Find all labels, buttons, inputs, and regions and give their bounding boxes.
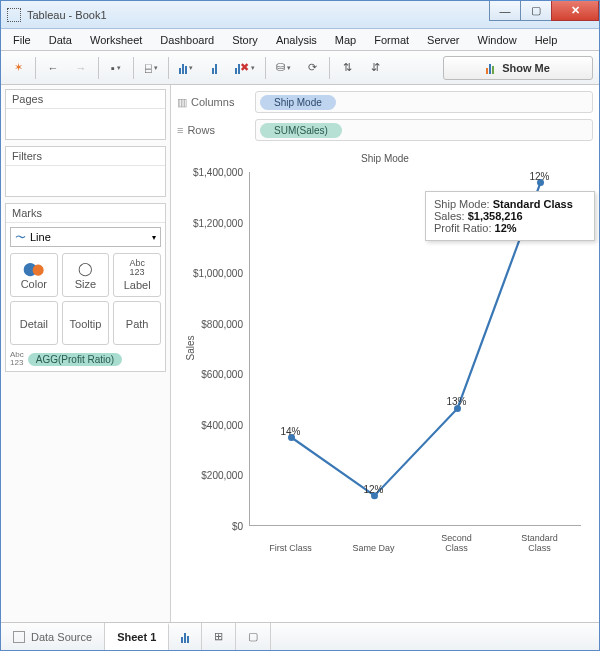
rows-drop[interactable]: SUM(Sales) — [255, 119, 593, 141]
separator — [35, 57, 36, 79]
back-button[interactable]: ← — [42, 57, 64, 79]
mark-card-label[interactable]: Abc123Label — [113, 253, 161, 297]
pages-shelf[interactable]: Pages — [5, 89, 166, 140]
titlebar: Tableau - Book1 — ▢ ✕ — [1, 1, 599, 29]
marks-pill-agg-profit-ratio[interactable]: AGG(Profit Ratio) — [28, 353, 122, 366]
mark-card-color[interactable]: ⬤⬤Color — [10, 253, 58, 297]
chart-area: Ship Mode Sales $0$200,000$400,000$600,0… — [171, 147, 599, 622]
chart-tooltip: Ship Mode: Standard Class Sales: $1,358,… — [425, 191, 595, 241]
separator — [98, 57, 99, 79]
y-tick: $1,400,000 — [179, 167, 249, 178]
separator — [168, 57, 169, 79]
menu-window[interactable]: Window — [470, 32, 525, 48]
mark-card-detail[interactable]: Detail — [10, 301, 58, 345]
show-me-button[interactable]: Show Me — [443, 56, 593, 80]
filters-label: Filters — [6, 147, 165, 166]
separator — [133, 57, 134, 79]
columns-pill-ship-mode[interactable]: Ship Mode — [260, 95, 336, 110]
menubar: File Data Worksheet Dashboard Story Anal… — [1, 29, 599, 51]
x-tick: Standard Class — [510, 534, 570, 554]
data-label: 12% — [363, 484, 383, 495]
size-icon: ◯ — [78, 261, 93, 276]
y-tick: $800,000 — [179, 318, 249, 329]
sort-asc-button[interactable]: ⇅ — [336, 57, 358, 79]
refresh-button[interactable]: ⟳ — [301, 57, 323, 79]
separator — [329, 57, 330, 79]
tab-sheet-1[interactable]: Sheet 1 — [105, 623, 169, 650]
footer-tabs: Data Source Sheet 1 ⊞ ▢ — [1, 622, 599, 650]
rows-shelf-label: ≡Rows — [177, 124, 247, 136]
label-icon: Abc123 — [129, 259, 145, 277]
color-icon: ⬤⬤ — [23, 261, 44, 276]
menu-story[interactable]: Story — [224, 32, 266, 48]
y-tick: $1,200,000 — [179, 217, 249, 228]
columns-icon: ▥ — [177, 96, 187, 109]
minimize-button[interactable]: — — [489, 1, 521, 21]
tab-data-source[interactable]: Data Source — [1, 623, 105, 650]
toolbar: ✶ ← → ▪▾ ⌸▾ ▾ ✖▾ ⛁▾ ⟳ ⇅ ⇵ Show Me — [1, 51, 599, 85]
marks-card: Marks 〜 Line ▾ ⬤⬤Color ◯Size Abc123Label… — [5, 203, 166, 372]
shelves: ▥Columns Ship Mode ≡Rows SUM(Sales) — [171, 85, 599, 147]
tableau-logo-icon[interactable]: ✶ — [7, 57, 29, 79]
new-story-tab[interactable]: ▢ — [236, 623, 271, 650]
menu-help[interactable]: Help — [527, 32, 566, 48]
menu-file[interactable]: File — [5, 32, 39, 48]
menu-format[interactable]: Format — [366, 32, 417, 48]
y-tick: $1,000,000 — [179, 268, 249, 279]
clear-sheet-button[interactable]: ✖▾ — [231, 57, 259, 79]
x-tick: Same Day — [344, 544, 404, 554]
tableau-app-icon — [7, 8, 21, 22]
save-button[interactable]: ▪▾ — [105, 57, 127, 79]
maximize-button[interactable]: ▢ — [520, 1, 552, 21]
menu-dashboard[interactable]: Dashboard — [152, 32, 222, 48]
close-button[interactable]: ✕ — [551, 1, 599, 21]
chart-title: Ship Mode — [179, 153, 591, 164]
columns-drop[interactable]: Ship Mode — [255, 91, 593, 113]
filters-shelf[interactable]: Filters — [5, 146, 166, 197]
rows-icon: ≡ — [177, 124, 183, 136]
data-label: 12% — [529, 170, 549, 181]
menu-analysis[interactable]: Analysis — [268, 32, 325, 48]
mark-cards: ⬤⬤Color ◯Size Abc123Label Detail Tooltip… — [10, 253, 161, 345]
forward-button[interactable]: → — [70, 57, 92, 79]
app-window: Tableau - Book1 — ▢ ✕ File Data Workshee… — [0, 0, 600, 651]
mark-type-select[interactable]: 〜 Line ▾ — [10, 227, 161, 247]
menu-worksheet[interactable]: Worksheet — [82, 32, 150, 48]
show-me-label: Show Me — [502, 62, 550, 74]
rows-shelf: ≡Rows SUM(Sales) — [177, 119, 593, 141]
x-tick: Second Class — [427, 534, 487, 554]
worksheet-icon — [181, 631, 189, 643]
pages-label: Pages — [6, 90, 165, 109]
data-label: 14% — [280, 425, 300, 436]
separator — [265, 57, 266, 79]
data-label: 13% — [446, 396, 466, 407]
dashboard-icon: ⊞ — [214, 630, 223, 643]
show-me-icon — [486, 62, 494, 74]
data-source-icon — [13, 631, 25, 643]
x-tick: First Class — [261, 544, 321, 554]
y-tick: $0 — [179, 521, 249, 532]
duplicate-sheet-button[interactable] — [203, 57, 225, 79]
new-dashboard-tab[interactable]: ⊞ — [202, 623, 236, 650]
work-area: ▥Columns Ship Mode ≡Rows SUM(Sales) Ship… — [171, 85, 599, 622]
swap-button[interactable]: ⛁▾ — [272, 57, 295, 79]
sort-desc-button[interactable]: ⇵ — [364, 57, 386, 79]
new-worksheet-button[interactable]: ▾ — [175, 57, 197, 79]
main-area: Pages Filters Marks 〜 Line ▾ ⬤⬤Color — [1, 85, 599, 622]
new-datasource-button[interactable]: ⌸▾ — [140, 57, 162, 79]
menu-data[interactable]: Data — [41, 32, 80, 48]
new-worksheet-tab[interactable] — [169, 623, 202, 650]
mark-card-path[interactable]: Path — [113, 301, 161, 345]
menu-server[interactable]: Server — [419, 32, 467, 48]
y-tick: $200,000 — [179, 470, 249, 481]
mark-card-size[interactable]: ◯Size — [62, 253, 110, 297]
label-prefix-icon: Abc123 — [10, 351, 24, 367]
marks-pill-row: Abc123 AGG(Profit Ratio) — [10, 351, 161, 367]
y-axis-label: Sales — [185, 335, 196, 360]
rows-pill-sum-sales[interactable]: SUM(Sales) — [260, 123, 342, 138]
window-controls: — ▢ ✕ — [490, 1, 599, 28]
menu-map[interactable]: Map — [327, 32, 364, 48]
side-panel: Pages Filters Marks 〜 Line ▾ ⬤⬤Color — [1, 85, 171, 622]
mark-card-tooltip[interactable]: Tooltip — [62, 301, 110, 345]
window-title: Tableau - Book1 — [27, 9, 490, 21]
